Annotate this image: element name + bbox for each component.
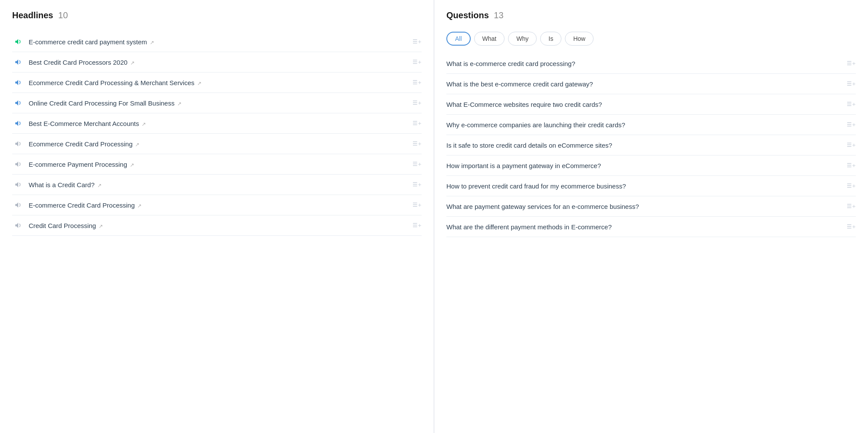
question-label: Is it safe to store credit card details …	[446, 142, 847, 149]
question-row[interactable]: What are payment gateway services for an…	[446, 196, 856, 217]
external-link-icon[interactable]: ↗	[142, 121, 146, 127]
headline-label: Ecommerce Credit Card Processing & Merch…	[29, 79, 413, 86]
megaphone-icon	[12, 58, 24, 66]
question-row[interactable]: What are the different payment methods i…	[446, 217, 856, 237]
megaphone-icon	[12, 140, 24, 148]
add-to-list-icon[interactable]: ☰＋	[847, 80, 856, 88]
megaphone-icon	[12, 201, 24, 209]
headline-row[interactable]: Online Credit Card Processing For Small …	[12, 93, 422, 113]
megaphone-icon	[12, 181, 24, 188]
external-link-icon[interactable]: ↗	[130, 162, 134, 168]
question-row[interactable]: What is the best e-commerce credit card …	[446, 74, 856, 94]
headline-label: Best E-Commerce Merchant Accounts↗	[29, 120, 413, 127]
megaphone-icon	[12, 38, 24, 46]
external-link-icon[interactable]: ↗	[97, 182, 102, 188]
megaphone-icon	[12, 119, 24, 127]
filter-bar: AllWhatWhyIsHow	[446, 32, 856, 46]
question-row[interactable]: Is it safe to store credit card details …	[446, 135, 856, 155]
external-link-icon[interactable]: ↗	[135, 142, 139, 148]
headline-row[interactable]: E-commerce Payment Processing↗☰＋	[12, 154, 422, 175]
megaphone-icon	[12, 99, 24, 107]
question-label: How to prevent credit card fraud for my …	[446, 182, 847, 190]
external-link-icon[interactable]: ↗	[150, 40, 154, 46]
question-label: What are the different payment methods i…	[446, 223, 847, 231]
headline-label: Ecommerce Credit Card Processing↗	[29, 140, 413, 148]
add-to-list-icon[interactable]: ☰＋	[413, 99, 422, 107]
external-link-icon[interactable]: ↗	[130, 60, 135, 66]
headline-row[interactable]: What is a Credit Card?↗☰＋	[12, 175, 422, 195]
add-to-list-icon[interactable]: ☰＋	[413, 38, 422, 46]
headlines-count: 10	[58, 10, 68, 20]
filter-btn-how[interactable]: How	[565, 32, 594, 46]
headline-row[interactable]: Best E-Commerce Merchant Accounts↗☰＋	[12, 113, 422, 134]
add-to-list-icon[interactable]: ☰＋	[847, 59, 856, 67]
add-to-list-icon[interactable]: ☰＋	[413, 221, 422, 229]
headline-row[interactable]: Best Credit Card Processors 2020↗☰＋	[12, 52, 422, 73]
add-to-list-icon[interactable]: ☰＋	[413, 140, 422, 148]
headlines-header: Headlines 10	[12, 10, 422, 24]
add-to-list-icon[interactable]: ☰＋	[847, 223, 856, 231]
question-row[interactable]: How important is a payment gateway in eC…	[446, 155, 856, 176]
megaphone-icon	[12, 79, 24, 86]
add-to-list-icon[interactable]: ☰＋	[847, 100, 856, 108]
filter-btn-all[interactable]: All	[446, 32, 471, 46]
add-to-list-icon[interactable]: ☰＋	[413, 119, 422, 127]
questions-panel: Questions 13 AllWhatWhyIsHow What is e-c…	[434, 0, 868, 433]
headline-label: Online Credit Card Processing For Small …	[29, 99, 413, 107]
question-label: How important is a payment gateway in eC…	[446, 162, 847, 169]
headline-label: E-commerce credit card payment system↗	[29, 38, 413, 46]
add-to-list-icon[interactable]: ☰＋	[847, 141, 856, 149]
question-label: What E-Commerce websites require two cre…	[446, 101, 847, 108]
add-to-list-icon[interactable]: ☰＋	[413, 181, 422, 188]
add-to-list-icon[interactable]: ☰＋	[413, 201, 422, 209]
question-row[interactable]: Why e-commerce companies are launching t…	[446, 115, 856, 135]
add-to-list-icon[interactable]: ☰＋	[847, 162, 856, 169]
questions-title: Questions	[446, 10, 489, 20]
headlines-panel: Headlines 10 E-commerce credit card paym…	[0, 0, 434, 433]
headline-row[interactable]: E-commerce credit card payment system↗☰＋	[12, 32, 422, 52]
add-to-list-icon[interactable]: ☰＋	[413, 58, 422, 66]
external-link-icon[interactable]: ↗	[197, 80, 201, 86]
question-label: What are payment gateway services for an…	[446, 203, 847, 210]
add-to-list-icon[interactable]: ☰＋	[847, 202, 856, 210]
headline-row[interactable]: Ecommerce Credit Card Processing↗☰＋	[12, 134, 422, 154]
question-label: What is e-commerce credit card processin…	[446, 60, 847, 67]
add-to-list-icon[interactable]: ☰＋	[847, 182, 856, 190]
headline-label: E-commerce Payment Processing↗	[29, 161, 413, 168]
question-label: What is the best e-commerce credit card …	[446, 80, 847, 88]
headline-row[interactable]: Credit Card Processing↗☰＋	[12, 215, 422, 236]
headlines-list: E-commerce credit card payment system↗☰＋…	[12, 32, 422, 236]
megaphone-icon	[12, 221, 24, 229]
add-to-list-icon[interactable]: ☰＋	[413, 79, 422, 86]
external-link-icon[interactable]: ↗	[137, 203, 142, 209]
megaphone-icon	[12, 160, 24, 168]
question-row[interactable]: What E-Commerce websites require two cre…	[446, 94, 856, 115]
headline-row[interactable]: E-commerce Credit Card Processing↗☰＋	[12, 195, 422, 215]
main-container: Headlines 10 E-commerce credit card paym…	[0, 0, 868, 433]
headline-row[interactable]: Ecommerce Credit Card Processing & Merch…	[12, 73, 422, 93]
headline-label: Best Credit Card Processors 2020↗	[29, 59, 413, 66]
question-label: Why e-commerce companies are launching t…	[446, 121, 847, 129]
headline-label: Credit Card Processing↗	[29, 222, 413, 229]
questions-count: 13	[494, 10, 503, 20]
questions-header: Questions 13	[446, 10, 856, 24]
headlines-title: Headlines	[12, 10, 53, 20]
filter-btn-why[interactable]: Why	[508, 32, 537, 46]
add-to-list-icon[interactable]: ☰＋	[847, 121, 856, 129]
filter-btn-is[interactable]: Is	[540, 32, 561, 46]
external-link-icon[interactable]: ↗	[99, 223, 103, 229]
question-row[interactable]: What is e-commerce credit card processin…	[446, 53, 856, 74]
filter-btn-what[interactable]: What	[474, 32, 505, 46]
headline-label: What is a Credit Card?↗	[29, 181, 413, 188]
add-to-list-icon[interactable]: ☰＋	[413, 160, 422, 168]
question-row[interactable]: How to prevent credit card fraud for my …	[446, 176, 856, 196]
headline-label: E-commerce Credit Card Processing↗	[29, 202, 413, 209]
external-link-icon[interactable]: ↗	[177, 101, 182, 107]
questions-list: What is e-commerce credit card processin…	[446, 53, 856, 237]
